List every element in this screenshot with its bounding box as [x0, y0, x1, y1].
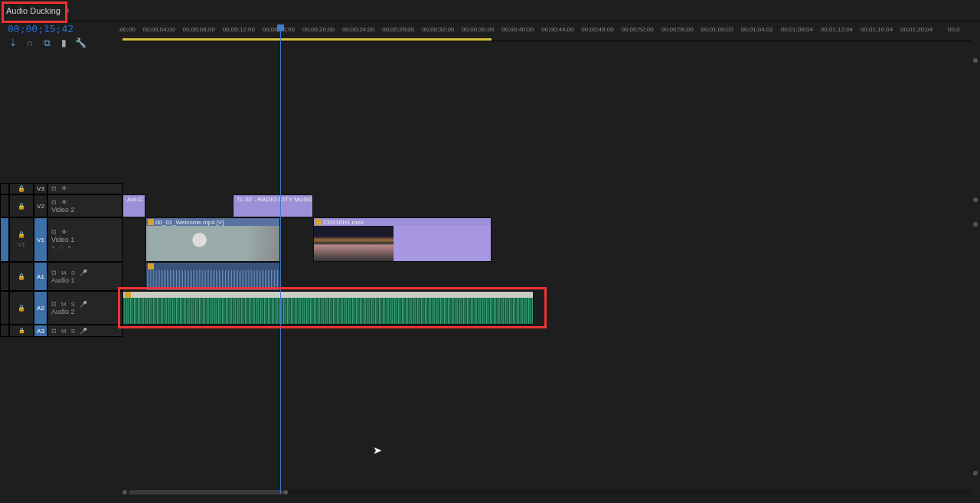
video-clip-v2-2[interactable]: TL 02 - RADIO CITY MUSIC HA	[233, 194, 313, 217]
waveform	[123, 298, 533, 312]
ruler-tick: 00;00;20;00	[302, 26, 335, 33]
track-lock-a1[interactable]: 🔒	[9, 262, 34, 291]
source-patch-v3[interactable]	[0, 183, 9, 194]
video-clip-v2-1[interactable]: Arri-C	[122, 194, 145, 217]
playhead-timecode[interactable]: 00;00;15;42	[0, 21, 122, 34]
ruler-tick: 00;00;40;00	[501, 26, 534, 33]
linked-selection-icon[interactable]: ⧉	[41, 38, 52, 48]
eye-icon[interactable]: 👁	[61, 199, 67, 206]
clip-label: Arri-C	[127, 196, 143, 203]
ruler-tick: 00;01;16;04	[861, 26, 893, 33]
mic-icon[interactable]: 🎤	[80, 328, 87, 335]
clip-label: TL 02 - RADIO CITY MUSIC HA	[237, 196, 312, 203]
audio-clip-a2[interactable]	[122, 291, 534, 325]
eye-icon[interactable]: 👁	[61, 185, 67, 192]
clip-label: CR216H1.mov	[323, 219, 363, 226]
waveform	[146, 270, 279, 290]
ruler-tick: 00;00;52;00	[621, 26, 653, 33]
ruler-tick: 00;00;08;00	[183, 26, 215, 33]
source-patch-v2[interactable]	[0, 194, 9, 217]
horizontal-scrollbar[interactable]	[122, 489, 971, 495]
fx-badge-icon	[125, 196, 126, 202]
audio-clip-a1[interactable]	[145, 262, 280, 291]
source-patch-v1[interactable]	[0, 217, 9, 262]
vertical-scrollbar[interactable]	[972, 21, 978, 491]
video-clip-v1-1[interactable]: 00_01_Welcome.mp4 [V]	[145, 217, 280, 262]
track-target-a1[interactable]: A1	[34, 262, 47, 291]
ruler-tick: 00;00;44;00	[541, 26, 573, 33]
sync-lock-icon[interactable]: ⊡	[51, 199, 57, 206]
fx-badge-icon	[125, 292, 131, 298]
track-label-v2: Video 2	[51, 206, 119, 214]
fx-badge-icon	[315, 219, 322, 225]
waveform	[123, 312, 533, 325]
ruler-tick: 00;00;48;00	[581, 26, 613, 33]
marker-icon[interactable]: ▮	[58, 38, 69, 48]
playhead[interactable]	[280, 24, 281, 494]
mute-button[interactable]: M	[61, 328, 67, 335]
ruler-tick: 00;01;04;02	[741, 26, 773, 33]
panel-tab[interactable]: Audio Ducking ≡	[6, 6, 70, 15]
track-lock-a3[interactable]: 🔒	[9, 325, 34, 337]
settings-icon[interactable]: 🔧	[75, 38, 86, 48]
track-target-a3[interactable]: A3	[34, 325, 47, 337]
sync-lock-icon[interactable]: ⊡	[51, 185, 57, 192]
track-target-v2[interactable]: V2	[34, 194, 47, 217]
clip-thumbnail	[146, 226, 279, 261]
work-area-bar[interactable]	[122, 38, 492, 41]
ruler-tick: 00;00;36;00	[462, 26, 494, 33]
panel-title: Audio Ducking	[6, 6, 60, 15]
ruler-tick: 00;00;32;00	[422, 26, 454, 33]
source-patch-a1[interactable]	[0, 262, 9, 291]
video-clip-v1-2[interactable]: CR216H1.mov	[313, 217, 492, 262]
sync-lock-icon[interactable]: ⊡	[51, 229, 57, 236]
track-lock-a2[interactable]: 🔒	[9, 291, 34, 325]
mic-icon[interactable]: 🎤	[80, 301, 87, 308]
solo-button[interactable]: S	[71, 301, 75, 308]
ruler-tick: 00;00;12;00	[223, 26, 255, 33]
mic-icon[interactable]: 🎤	[80, 269, 87, 276]
track-target-v1[interactable]: V1	[34, 217, 47, 262]
solo-button[interactable]: S	[71, 269, 75, 276]
panel-menu-icon[interactable]: ≡	[65, 6, 70, 15]
track-lock-v1[interactable]: 🔒V1	[9, 217, 34, 262]
track-label-a1: Audio 1	[51, 276, 119, 284]
fx-badge-icon	[148, 219, 154, 225]
track-label-v1: Video 1	[51, 236, 119, 243]
fx-badge-icon	[148, 263, 154, 269]
ruler-tick: 00;00;04;00	[143, 26, 175, 33]
ruler-tick: 00;00;56;00	[661, 26, 693, 33]
track-target-a2[interactable]: A2	[34, 291, 47, 325]
insert-icon[interactable]: ⇣	[8, 38, 18, 48]
track-lock-v3[interactable]: 🔒	[9, 183, 34, 194]
time-ruler[interactable]: ;00;00 00;00;04;00 00;00;08;00 00;00;12;…	[122, 21, 971, 41]
ruler-tick: 00;01;08;04	[781, 26, 813, 33]
clip-thumbnail	[314, 226, 394, 261]
ruler-tick: 00;00;24;00	[342, 26, 374, 33]
ruler-tick: 00;00;28;00	[382, 26, 414, 33]
track-lock-v2[interactable]: 🔒	[9, 194, 34, 217]
mute-button[interactable]: M	[61, 269, 67, 276]
ruler-tick: 00;0	[948, 26, 960, 33]
ruler-tick: 00;01;20;04	[900, 26, 933, 33]
source-patch-a2[interactable]	[0, 291, 9, 325]
track-target-v3[interactable]: V3	[34, 183, 47, 194]
ruler-tick: 00;01;00;02	[701, 26, 733, 33]
sync-lock-icon[interactable]: ⊡	[51, 269, 57, 276]
clip-body	[394, 226, 491, 261]
mute-button[interactable]: M	[61, 301, 67, 308]
sync-lock-icon[interactable]: ⊡	[51, 328, 57, 335]
solo-button[interactable]: S	[71, 328, 75, 335]
track-label-a2: Audio 2	[51, 308, 119, 315]
source-patch-a3[interactable]	[0, 325, 9, 337]
ruler-tick: 00;01;12;04	[821, 26, 853, 33]
clip-label: 00_01_Welcome.mp4 [V]	[155, 219, 224, 226]
eye-icon[interactable]: 👁	[61, 229, 67, 236]
ruler-tick: ;00;00	[118, 26, 135, 33]
snap-icon[interactable]: ∩	[24, 38, 35, 48]
sync-lock-icon[interactable]: ⊡	[51, 301, 57, 308]
